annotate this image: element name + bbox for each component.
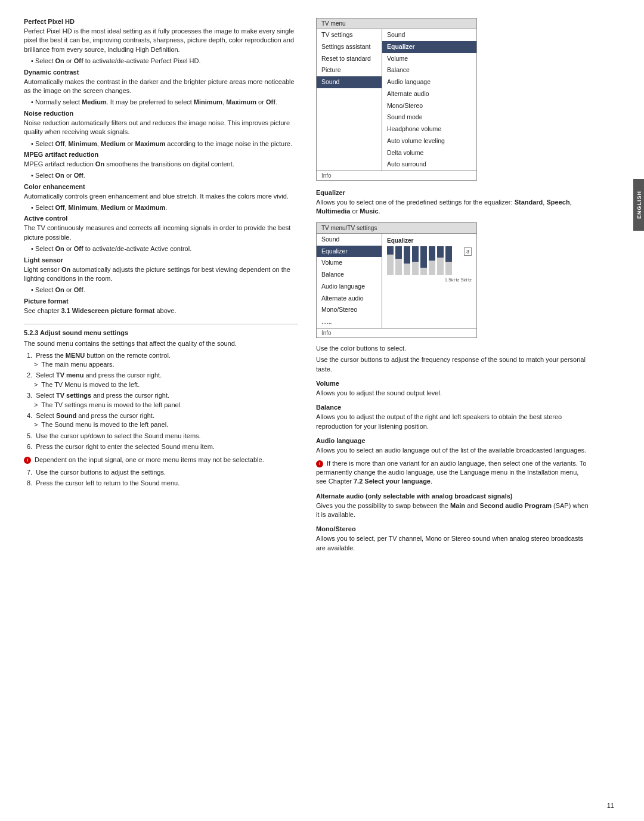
eq-use-cursor-buttons: Use the cursor buttons to adjust the fre…	[316, 355, 590, 374]
step-8: 8. Press the cursor left to return to th…	[27, 479, 298, 488]
audio-language-heading: Audio language	[316, 437, 590, 444]
step-4-result: > The Sound menu is moved to the left pa…	[34, 420, 298, 429]
tv-menu-right-item-delta-volume: Delta volume	[382, 147, 476, 159]
tv-menu-body: TV settings Settings assistant Reset to …	[317, 29, 476, 171]
step-1: 1. Press the MENU button on the remote c…	[27, 351, 298, 370]
eq-bar-6	[429, 246, 435, 275]
tv-menu-right-item-auto-surround: Auto surround	[382, 159, 476, 171]
alternate-audio-heading: Alternate audio (only selectable with an…	[316, 492, 590, 500]
active-control-para1: The TV continuously measures and correct…	[24, 224, 298, 242]
eq-right-label: Equalizer	[385, 236, 474, 245]
step-3-result: > The TV settings menu is moved to the l…	[34, 401, 298, 410]
section-active-control: Active control The TV continuously measu…	[24, 215, 298, 253]
dynamic-contrast-para1: Automatically makes the contrast in the …	[24, 78, 298, 96]
eq-left-item-sound: Sound	[317, 234, 382, 246]
eq-use-color-buttons: Use the color buttons to select.	[316, 344, 590, 353]
section-mpeg-artifact: MPEG artifact reduction MPEG artifact re…	[24, 151, 298, 181]
mpeg-artifact-bullet: Select On or Off.	[31, 171, 298, 180]
eq-bar-3	[404, 246, 410, 275]
eq-badge: 3	[464, 247, 472, 256]
section-light-sensor: Light sensor Light sensor On automatical…	[24, 256, 298, 295]
subsection-5-2-3: 5.2.3 Adjust sound menu settings The sou…	[24, 329, 298, 488]
tv-menu-left-item-1: Settings assistant	[317, 41, 382, 53]
eq-left-item-audio-language: Audio language	[317, 281, 382, 293]
section-heading-active-control: Active control	[24, 215, 298, 222]
section-heading-picture-format: Picture format	[24, 298, 298, 305]
tv-menu-right-item-sound-mode: Sound mode	[382, 111, 476, 123]
eq-bar-4	[412, 246, 419, 275]
dynamic-contrast-bullet: Normally select Medium. It may be prefer…	[31, 98, 298, 107]
alternate-audio-text: Gives you the possibility to swap betwee…	[316, 501, 590, 520]
section-perfect-pixel-hd: Perfect Pixel HD Perfect Pixel HD is the…	[24, 18, 298, 66]
perfect-pixel-hd-bullet: Select On or Off to activate/de-activate…	[31, 57, 298, 66]
eq-bar-5	[420, 246, 427, 275]
step-1-result: > The main menu appears.	[34, 360, 298, 369]
info-icon-1: i	[24, 457, 31, 464]
color-enhancement-bullet: Select Off, Minimum, Medium or Maximum.	[31, 203, 298, 212]
step-5: 5. Use the cursor up/down to select the …	[27, 432, 298, 441]
tv-menu-left-item-2: Reset to standard	[317, 53, 382, 65]
color-enhancement-para1: Automatically controls green enhancement…	[24, 192, 298, 201]
tv-menu-right-item-volume: Volume	[382, 53, 476, 65]
balance-text: Allows you to adjust the output of the r…	[316, 413, 590, 431]
subsection-intro: The sound menu contains the settings tha…	[24, 339, 298, 348]
info-note-text: Dependent on the input signal, one or mo…	[35, 456, 264, 463]
tv-menu-info-bar: Info	[317, 171, 476, 180]
step-7: 7. Use the cursor buttons to adjust the …	[27, 468, 298, 477]
light-sensor-bullet: Select On or Off.	[31, 286, 298, 295]
tv-menu-right-item-mono-stereo: Mono/Stereo	[382, 100, 476, 112]
tv-menu-right-item-sound: Sound	[382, 29, 476, 41]
subsection-title: 5.2.3 Adjust sound menu settings	[24, 329, 298, 336]
info-note-block: i Dependent on the input signal, one or …	[24, 456, 298, 464]
right-column: TV menu TV settings Settings assistant R…	[316, 18, 590, 555]
tv-menu-left-item-3: Picture	[317, 64, 382, 76]
tv-menu-right-item-alternate-audio: Alternate audio	[382, 88, 476, 100]
equalizer-heading: Equalizer	[316, 189, 590, 196]
eq-bar-8	[445, 246, 452, 275]
tv-menu-table: TV menu TV settings Settings assistant R…	[316, 18, 477, 181]
balance-heading: Balance	[316, 404, 590, 411]
section-heading-dynamic-contrast: Dynamic contrast	[24, 69, 298, 76]
light-sensor-para1: Light sensor On automatically adjusts th…	[24, 265, 298, 284]
page-number: 11	[607, 802, 614, 809]
noise-reduction-bullet: Select Off, Minimum, Medium or Maximum a…	[31, 140, 298, 148]
tv-menu-left-item-0: TV settings	[317, 29, 382, 41]
tv-menu-right-item-headphone-volume: Headphone volume	[382, 123, 476, 135]
mono-stereo-heading: Mono/Stereo	[316, 525, 590, 532]
section-picture-format: Picture format See chapter 3.1 Widescree…	[24, 298, 298, 315]
eq-menu-table: TV menu/TV settings Sound Equalizer Volu…	[316, 222, 477, 338]
tv-menu-right-panel: Sound Equalizer Volume Balance Audio lan…	[382, 29, 476, 171]
eq-left-item-mono-stereo: Mono/Stereo	[317, 304, 382, 316]
audio-language-info-text: If there is more than one variant for an…	[316, 460, 586, 485]
eq-menu-left-panel: Sound Equalizer Volume Balance Audio lan…	[317, 234, 382, 328]
info-icon-2: i	[316, 460, 323, 467]
eq-bars: 3	[385, 245, 474, 276]
equalizer-description: Allows you to select one of the predefin…	[316, 198, 590, 216]
section-color-enhancement: Color enhancement Automatically controls…	[24, 183, 298, 213]
section-noise-reduction: Noise reduction Noise reduction automati…	[24, 110, 298, 148]
tv-menu-title: TV menu	[317, 18, 476, 29]
step-4: 4. Select Sound and press the cursor rig…	[27, 411, 298, 430]
eq-left-item-balance: Balance	[317, 269, 382, 281]
tv-menu-right-item-equalizer: Equalizer	[382, 41, 476, 53]
eq-menu-title: TV menu/TV settings	[317, 223, 476, 234]
eq-left-item-volume: Volume	[317, 257, 382, 269]
tv-menu-right-item-balance: Balance	[382, 64, 476, 76]
eq-info-bar: Info	[317, 328, 476, 337]
volume-text: Allows you to adjust the sound output le…	[316, 389, 590, 398]
eq-menu-right-panel: Equalizer	[382, 234, 476, 328]
active-control-bullet: Select On or Off to activate/de-activate…	[31, 244, 298, 253]
section-heading-color-enhancement: Color enhancement	[24, 183, 298, 190]
step-2: 2. Select TV menu and press the cursor r…	[27, 371, 298, 389]
eq-bar-7	[437, 246, 444, 275]
eq-bar-2	[395, 246, 402, 275]
section-dynamic-contrast: Dynamic contrast Automatically makes the…	[24, 69, 298, 107]
step-6: 6. Press the cursor right to enter the s…	[27, 442, 298, 451]
section-heading-mpeg-artifact: MPEG artifact reduction	[24, 151, 298, 158]
eq-left-item-dots: ......	[317, 316, 382, 328]
mono-stereo-text: Allows you to select, per TV channel, Mo…	[316, 534, 590, 553]
noise-reduction-para1: Noise reduction automatically filters ou…	[24, 119, 298, 137]
step-2-result: > The TV Menu is moved to the left.	[34, 380, 298, 389]
tv-menu-left-item-4-sound: Sound	[317, 76, 382, 88]
tv-menu-right-item-audio-language: Audio language	[382, 76, 476, 88]
